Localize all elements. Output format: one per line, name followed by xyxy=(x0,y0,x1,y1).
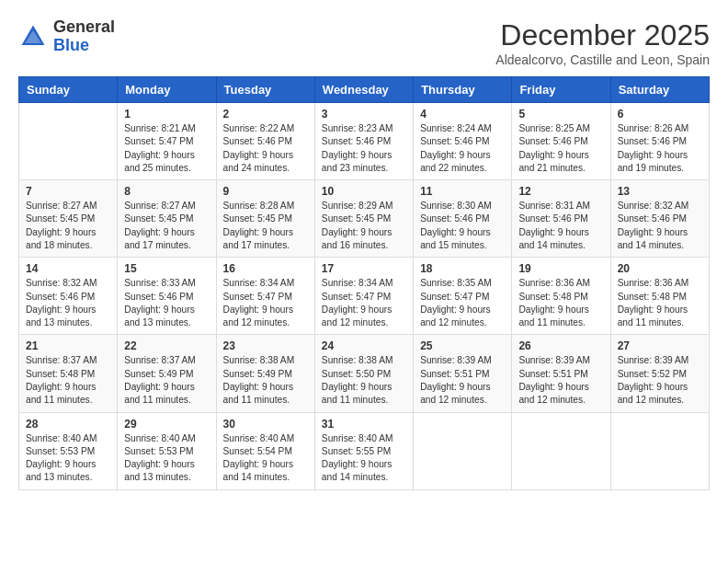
cell-content: Sunrise: 8:36 AM Sunset: 5:48 PM Dayligh… xyxy=(618,277,702,329)
day-number: 24 xyxy=(322,339,406,352)
week-row-5: 28Sunrise: 8:40 AM Sunset: 5:53 PM Dayli… xyxy=(19,412,710,489)
cell-content: Sunrise: 8:32 AM Sunset: 5:46 PM Dayligh… xyxy=(618,200,702,252)
table-row: 6Sunrise: 8:26 AM Sunset: 5:46 PM Daylig… xyxy=(610,103,709,180)
day-number: 12 xyxy=(518,185,603,198)
month-title: December 2025 xyxy=(495,18,710,52)
cell-content: Sunrise: 8:37 AM Sunset: 5:48 PM Dayligh… xyxy=(26,354,110,407)
cell-content: Sunrise: 8:36 AM Sunset: 5:48 PM Dayligh… xyxy=(518,277,603,329)
logo-text: General Blue xyxy=(53,18,115,55)
table-row xyxy=(19,103,118,180)
cell-content: Sunrise: 8:39 AM Sunset: 5:51 PM Dayligh… xyxy=(518,354,603,407)
week-row-1: 1Sunrise: 8:21 AM Sunset: 5:47 PM Daylig… xyxy=(19,103,710,180)
table-row: 1Sunrise: 8:21 AM Sunset: 5:47 PM Daylig… xyxy=(118,103,216,180)
day-number: 10 xyxy=(322,185,406,198)
table-row: 28Sunrise: 8:40 AM Sunset: 5:53 PM Dayli… xyxy=(19,412,118,489)
cell-content: Sunrise: 8:34 AM Sunset: 5:47 PM Dayligh… xyxy=(223,277,308,329)
table-row: 26Sunrise: 8:39 AM Sunset: 5:51 PM Dayli… xyxy=(512,335,610,412)
cell-content: Sunrise: 8:38 AM Sunset: 5:50 PM Dayligh… xyxy=(322,354,406,407)
week-row-3: 14Sunrise: 8:32 AM Sunset: 5:46 PM Dayli… xyxy=(19,258,710,335)
day-number: 5 xyxy=(518,108,603,121)
cell-content: Sunrise: 8:40 AM Sunset: 5:53 PM Dayligh… xyxy=(124,432,209,485)
cell-content: Sunrise: 8:37 AM Sunset: 5:49 PM Dayligh… xyxy=(124,354,209,407)
table-row: 3Sunrise: 8:23 AM Sunset: 5:46 PM Daylig… xyxy=(314,103,413,180)
cell-content: Sunrise: 8:35 AM Sunset: 5:47 PM Dayligh… xyxy=(420,277,505,329)
day-number: 30 xyxy=(223,418,308,431)
day-number: 4 xyxy=(420,108,505,121)
logo: General Blue xyxy=(18,18,115,55)
day-number: 31 xyxy=(322,418,406,431)
day-number: 7 xyxy=(26,185,110,198)
cell-content: Sunrise: 8:32 AM Sunset: 5:46 PM Dayligh… xyxy=(26,277,110,329)
cell-content: Sunrise: 8:34 AM Sunset: 5:47 PM Dayligh… xyxy=(322,277,406,329)
header: General Blue December 2025 Aldealcorvo, … xyxy=(18,18,710,67)
table-row: 9Sunrise: 8:28 AM Sunset: 5:45 PM Daylig… xyxy=(216,180,314,258)
calendar-body: 1Sunrise: 8:21 AM Sunset: 5:47 PM Daylig… xyxy=(19,103,710,490)
table-row xyxy=(610,412,709,489)
cell-content: Sunrise: 8:28 AM Sunset: 5:45 PM Dayligh… xyxy=(223,200,308,252)
day-number: 20 xyxy=(618,262,702,275)
cell-content: Sunrise: 8:30 AM Sunset: 5:46 PM Dayligh… xyxy=(420,200,505,252)
day-number: 25 xyxy=(420,339,505,352)
logo-icon xyxy=(18,22,48,52)
table-row: 19Sunrise: 8:36 AM Sunset: 5:48 PM Dayli… xyxy=(512,258,610,335)
day-number: 2 xyxy=(223,108,308,121)
week-row-4: 21Sunrise: 8:37 AM Sunset: 5:48 PM Dayli… xyxy=(19,335,710,412)
location-subtitle: Aldealcorvo, Castille and Leon, Spain xyxy=(495,52,710,67)
table-row: 29Sunrise: 8:40 AM Sunset: 5:53 PM Dayli… xyxy=(118,412,216,489)
day-number: 6 xyxy=(618,108,702,121)
cell-content: Sunrise: 8:29 AM Sunset: 5:45 PM Dayligh… xyxy=(322,200,406,252)
table-row: 20Sunrise: 8:36 AM Sunset: 5:48 PM Dayli… xyxy=(610,258,709,335)
cell-content: Sunrise: 8:31 AM Sunset: 5:46 PM Dayligh… xyxy=(518,200,603,252)
day-number: 17 xyxy=(322,262,406,275)
table-row: 7Sunrise: 8:27 AM Sunset: 5:45 PM Daylig… xyxy=(19,180,118,258)
table-row: 8Sunrise: 8:27 AM Sunset: 5:45 PM Daylig… xyxy=(118,180,216,258)
table-row: 14Sunrise: 8:32 AM Sunset: 5:46 PM Dayli… xyxy=(19,258,118,335)
table-row: 27Sunrise: 8:39 AM Sunset: 5:52 PM Dayli… xyxy=(610,335,709,412)
day-header-sunday: Sunday xyxy=(19,77,118,103)
cell-content: Sunrise: 8:27 AM Sunset: 5:45 PM Dayligh… xyxy=(124,200,209,252)
calendar-table: SundayMondayTuesdayWednesdayThursdayFrid… xyxy=(18,76,710,490)
day-number: 22 xyxy=(124,339,209,352)
table-row: 15Sunrise: 8:33 AM Sunset: 5:46 PM Dayli… xyxy=(118,258,216,335)
day-number: 28 xyxy=(26,418,110,431)
day-number: 29 xyxy=(124,418,209,431)
day-number: 11 xyxy=(420,185,505,198)
cell-content: Sunrise: 8:40 AM Sunset: 5:55 PM Dayligh… xyxy=(322,432,406,485)
cell-content: Sunrise: 8:22 AM Sunset: 5:46 PM Dayligh… xyxy=(223,122,308,175)
table-row: 10Sunrise: 8:29 AM Sunset: 5:45 PM Dayli… xyxy=(314,180,413,258)
calendar-header: SundayMondayTuesdayWednesdayThursdayFrid… xyxy=(19,77,710,103)
cell-content: Sunrise: 8:40 AM Sunset: 5:53 PM Dayligh… xyxy=(26,432,110,485)
table-row: 31Sunrise: 8:40 AM Sunset: 5:55 PM Dayli… xyxy=(314,412,413,489)
table-row: 4Sunrise: 8:24 AM Sunset: 5:46 PM Daylig… xyxy=(414,103,512,180)
logo-blue: Blue xyxy=(53,36,89,54)
cell-content: Sunrise: 8:24 AM Sunset: 5:46 PM Dayligh… xyxy=(420,122,505,175)
table-row: 5Sunrise: 8:25 AM Sunset: 5:46 PM Daylig… xyxy=(512,103,610,180)
cell-content: Sunrise: 8:25 AM Sunset: 5:46 PM Dayligh… xyxy=(518,122,603,175)
day-header-thursday: Thursday xyxy=(414,77,512,103)
cell-content: Sunrise: 8:39 AM Sunset: 5:52 PM Dayligh… xyxy=(618,354,702,407)
table-row: 17Sunrise: 8:34 AM Sunset: 5:47 PM Dayli… xyxy=(314,258,413,335)
day-number: 18 xyxy=(420,262,505,275)
title-area: December 2025 Aldealcorvo, Castille and … xyxy=(495,18,710,67)
cell-content: Sunrise: 8:40 AM Sunset: 5:54 PM Dayligh… xyxy=(223,432,308,485)
day-number: 21 xyxy=(26,339,110,352)
table-row: 21Sunrise: 8:37 AM Sunset: 5:48 PM Dayli… xyxy=(19,335,118,412)
table-row xyxy=(512,412,610,489)
day-number: 8 xyxy=(124,185,209,198)
table-row: 11Sunrise: 8:30 AM Sunset: 5:46 PM Dayli… xyxy=(414,180,512,258)
day-number: 14 xyxy=(26,262,110,275)
day-number: 9 xyxy=(223,185,308,198)
week-row-2: 7Sunrise: 8:27 AM Sunset: 5:45 PM Daylig… xyxy=(19,180,710,258)
table-row: 2Sunrise: 8:22 AM Sunset: 5:46 PM Daylig… xyxy=(216,103,314,180)
cell-content: Sunrise: 8:33 AM Sunset: 5:46 PM Dayligh… xyxy=(124,277,209,329)
table-row: 22Sunrise: 8:37 AM Sunset: 5:49 PM Dayli… xyxy=(118,335,216,412)
days-of-week-row: SundayMondayTuesdayWednesdayThursdayFrid… xyxy=(19,77,710,103)
table-row: 25Sunrise: 8:39 AM Sunset: 5:51 PM Dayli… xyxy=(414,335,512,412)
day-header-wednesday: Wednesday xyxy=(314,77,413,103)
table-row: 18Sunrise: 8:35 AM Sunset: 5:47 PM Dayli… xyxy=(414,258,512,335)
table-row: 30Sunrise: 8:40 AM Sunset: 5:54 PM Dayli… xyxy=(216,412,314,489)
day-header-tuesday: Tuesday xyxy=(216,77,314,103)
cell-content: Sunrise: 8:39 AM Sunset: 5:51 PM Dayligh… xyxy=(420,354,505,407)
day-number: 26 xyxy=(518,339,603,352)
table-row: 16Sunrise: 8:34 AM Sunset: 5:47 PM Dayli… xyxy=(216,258,314,335)
